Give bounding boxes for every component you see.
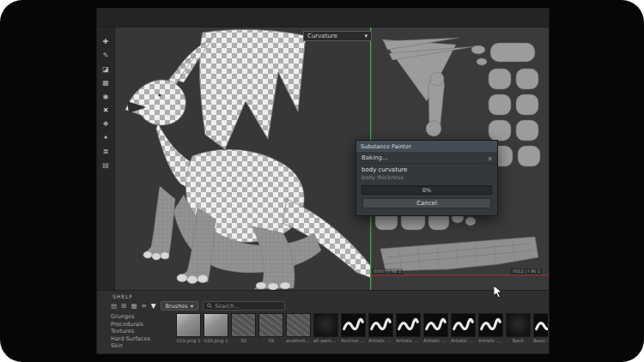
resource-thumbnail [506,313,531,337]
resource-label: Basic Hard... [533,338,548,343]
resource-label: Artistic Prim [451,338,476,343]
substance-painter-window: ✚ ✎ ◪ ▦ ◉ ✕ ❖ ✦ ≣ ▤ [96,8,550,354]
resource-thumbnail [396,313,421,337]
shelf-resource-tile[interactable]: 39 [258,313,283,354]
resource-label: aesthetical... [286,338,311,343]
search-input[interactable] [215,303,281,310]
shelf-header: SHELF [112,293,133,299]
shelf-resource-tile[interactable]: aesthetical... [286,313,311,354]
channel-dropdown[interactable]: Curvature ▾ [303,31,372,41]
next-bake-task: body thickness [356,173,497,181]
shelf-resource-tile[interactable]: all particles [313,313,338,354]
layers-tool-icon[interactable]: ▤ [102,161,109,169]
paint-brush-tool-icon[interactable]: ✚ [103,38,109,45]
grid-view-icon[interactable]: ▦ [131,302,137,310]
uv-axis-u [370,275,550,275]
viewport-stat-right: 0012 | f 96 1 [511,268,542,275]
shelf-category[interactable]: Skin [111,342,173,350]
shelf-resource-tile[interactable]: Artistic Blu... [368,313,393,354]
resource-label: 38 [231,338,256,343]
brush-stroke-art [369,314,392,336]
dialog-title: Substance Painter [356,141,497,152]
log-toggle-icon[interactable]: ≣ [488,155,492,161]
shelf-resource-tile[interactable]: Artistic Prim [451,313,476,354]
projection-tool-icon[interactable]: ▦ [102,79,109,87]
shelf-resource-tile[interactable]: 38 [231,313,256,354]
shelf-resource-tile[interactable]: Back [506,313,531,354]
eraser-tool-icon[interactable]: ◪ [102,65,109,73]
list-view-icon[interactable]: ≡ [141,302,146,310]
resource-thumbnail [533,313,548,337]
polygon-fill-tool-icon[interactable]: ◉ [103,93,109,100]
shelf-resource-tile[interactable]: Artistic Soft... [423,313,448,354]
smudge-tool-icon[interactable]: ❖ [102,120,108,128]
resource-thumbnail [258,313,283,337]
clone-tool-icon[interactable]: ✦ [103,134,109,142]
resource-label: Artistic Blu... [368,338,393,343]
resource-label: all particles [313,338,338,343]
shelf-toolbar: ▤ ⊞ ▦ ≡ ▼ Brushes ▾ [111,300,285,311]
bake-progress-bar: 0% [361,185,492,195]
bake-progress-text: 0% [422,187,431,194]
dragon-head [125,80,185,125]
resource-label: Archive Inte... [341,338,366,343]
shelf-category[interactable]: Textures [111,328,173,335]
filter-chip-label: Brushes [166,303,188,310]
cancel-button[interactable]: Cancel [362,198,491,208]
baking-status-text: Baking... [361,154,388,161]
resource-thumbnail [286,313,311,337]
left-tool-bar: ✚ ✎ ◪ ▦ ◉ ✕ ❖ ✦ ≣ ▤ [97,27,115,290]
chevron-down-icon: ▾ [191,303,193,310]
dragon-wing [199,30,306,149]
resource-thumbnail [341,313,366,337]
shelf-category[interactable]: Grunges [111,313,173,321]
viewport-stat-left: 0000 | f 98 1 [372,268,403,275]
pencil-tool-icon[interactable]: ✎ [103,51,109,59]
resource-thumbnail [313,313,338,337]
shelf-thumbnail-strip: 019.png 1 020.png 1 [176,313,548,354]
shelf-icon-group: ▤ ⊞ ▦ ≡ ▼ [111,302,156,310]
shelf-panel: SHELF ▤ ⊞ ▦ ≡ ▼ Brushes [97,290,549,354]
dragon-foreleg [143,186,175,259]
brush-stroke-art [397,314,420,336]
mouse-cursor [494,286,503,299]
brush-stroke-art [479,314,502,336]
current-bake-task: body curvature [356,164,497,173]
title-bar [97,9,549,27]
resource-label: 39 [258,338,283,343]
shelf-resource-tile[interactable]: Basic Hard... [533,313,548,354]
brush-stroke-art [534,314,548,336]
video-frame: ✚ ✎ ◪ ▦ ◉ ✕ ❖ ✦ ≣ ▤ [0,0,644,362]
brush-stroke-art [452,314,475,336]
resource-label: Back [506,338,531,343]
filter-icon[interactable]: ▼ [151,302,156,310]
folder-icon[interactable]: ▤ [111,302,117,310]
add-resource-icon[interactable]: ⊞ [121,302,126,310]
search-icon [207,303,212,309]
viewport-3d[interactable] [115,27,370,290]
resource-label: Artistic Hea... [396,338,421,343]
resource-label: 019.png 1 [176,338,201,343]
resource-thumbnail [368,313,393,337]
shelf-category[interactable]: Hard Surfaces [111,335,173,343]
brushes-filter-chip[interactable]: Brushes ▾ [161,301,198,311]
shelf-category-list: Grunges Procedurals Textures Hard Surfac… [111,313,173,350]
material-picker-tool-icon[interactable]: ✕ [103,106,109,114]
effects-tool-icon[interactable]: ≣ [103,148,109,155]
resource-thumbnail [478,313,503,337]
dragon-model-render [115,27,370,290]
shelf-resource-tile[interactable]: 019.png 1 [176,313,201,354]
resource-label: 020.png 1 [204,338,228,343]
shelf-search[interactable] [203,301,285,311]
resource-thumbnail [176,313,201,337]
resource-thumbnail [204,313,228,337]
shelf-resource-tile[interactable]: Artistic Hea... [396,313,421,354]
resource-thumbnail [423,313,448,337]
chevron-down-icon: ▾ [364,33,368,39]
shelf-resource-tile[interactable]: Artistic Soft... [478,313,503,354]
channel-dropdown-value: Curvature [307,33,337,39]
shelf-category[interactable]: Procedurals [111,321,173,329]
resource-label: Artistic Soft... [423,338,448,343]
shelf-resource-tile[interactable]: 020.png 1 [204,313,228,354]
shelf-resource-tile[interactable]: Archive Inte... [341,313,366,354]
